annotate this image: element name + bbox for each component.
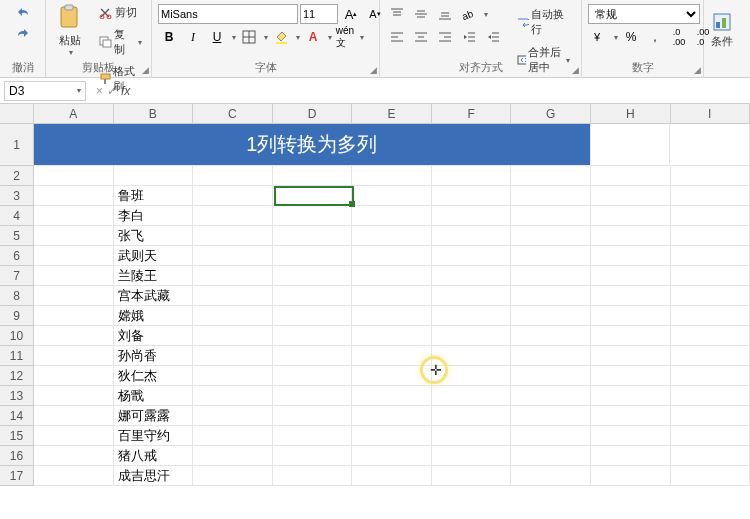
cell[interactable] [34, 226, 114, 246]
cell[interactable] [591, 266, 671, 286]
cell[interactable] [511, 306, 591, 326]
cell[interactable] [273, 186, 353, 206]
cell[interactable] [273, 326, 353, 346]
align-launcher-icon[interactable]: ◢ [572, 65, 579, 75]
cell[interactable] [671, 186, 751, 206]
cell[interactable] [671, 246, 751, 266]
borders-button[interactable] [238, 27, 260, 47]
col-header-F[interactable]: F [432, 104, 512, 123]
cell[interactable] [432, 326, 512, 346]
cell[interactable]: 武则天 [114, 246, 194, 266]
cell[interactable]: 宫本武藏 [114, 286, 194, 306]
cell[interactable] [193, 306, 273, 326]
cell[interactable] [273, 166, 353, 186]
cell[interactable] [591, 186, 671, 206]
cell[interactable] [671, 166, 751, 186]
copy-button[interactable]: 复制▾ [94, 24, 147, 60]
font-color-button[interactable]: A [302, 27, 324, 47]
cell[interactable] [352, 186, 432, 206]
cell[interactable] [671, 366, 751, 386]
row-header[interactable]: 3 [0, 186, 33, 206]
cell[interactable] [432, 226, 512, 246]
increase-decimal-button[interactable]: .0.00 [668, 27, 690, 47]
cell[interactable] [591, 306, 671, 326]
cell[interactable] [352, 226, 432, 246]
cell[interactable] [591, 426, 671, 446]
cell[interactable] [591, 286, 671, 306]
cell[interactable] [193, 466, 273, 486]
cell[interactable] [671, 266, 751, 286]
row-header[interactable]: 9 [0, 306, 33, 326]
row-header[interactable]: 17 [0, 466, 33, 486]
cell[interactable] [671, 306, 751, 326]
cell[interactable] [591, 206, 671, 226]
cell[interactable] [671, 406, 751, 426]
col-header-E[interactable]: E [352, 104, 432, 123]
cell[interactable] [352, 246, 432, 266]
redo-button[interactable] [12, 23, 34, 43]
font-size-combo[interactable] [300, 4, 338, 24]
cell[interactable] [273, 246, 353, 266]
row-header[interactable]: 2 [0, 166, 33, 186]
row-header[interactable]: 15 [0, 426, 33, 446]
align-middle-button[interactable] [410, 4, 432, 24]
cell[interactable] [511, 186, 591, 206]
cell[interactable] [511, 426, 591, 446]
cell[interactable] [34, 266, 114, 286]
number-launcher-icon[interactable]: ◢ [694, 65, 701, 75]
increase-indent-button[interactable] [482, 27, 504, 47]
cell[interactable] [671, 426, 751, 446]
cell[interactable] [34, 406, 114, 426]
cell[interactable] [193, 446, 273, 466]
cell[interactable] [432, 306, 512, 326]
cell[interactable]: 张飞 [114, 226, 194, 246]
align-right-button[interactable] [434, 27, 456, 47]
cell[interactable] [352, 346, 432, 366]
col-header-H[interactable]: H [591, 104, 671, 123]
cell[interactable]: 李白 [114, 206, 194, 226]
cell[interactable] [591, 466, 671, 486]
cell[interactable] [511, 286, 591, 306]
cell[interactable] [34, 346, 114, 366]
comma-button[interactable]: , [644, 27, 666, 47]
cell[interactable] [273, 386, 353, 406]
cell[interactable]: 孙尚香 [114, 346, 194, 366]
row-header[interactable]: 11 [0, 346, 33, 366]
row-header[interactable]: 16 [0, 446, 33, 466]
cell[interactable] [432, 186, 512, 206]
cell[interactable] [671, 206, 751, 226]
cell[interactable] [591, 246, 671, 266]
cell[interactable] [671, 226, 751, 246]
cell[interactable] [511, 346, 591, 366]
cell[interactable] [34, 366, 114, 386]
row-header[interactable]: 5 [0, 226, 33, 246]
cell[interactable] [511, 246, 591, 266]
cell[interactable] [591, 326, 671, 346]
cell[interactable] [432, 446, 512, 466]
font-launcher-icon[interactable]: ◢ [370, 65, 377, 75]
align-center-button[interactable] [410, 27, 432, 47]
row-header[interactable]: 1 [0, 124, 33, 166]
cell[interactable] [34, 386, 114, 406]
select-all-corner[interactable] [0, 104, 34, 124]
cell[interactable] [511, 466, 591, 486]
cell[interactable]: 猪八戒 [114, 446, 194, 466]
cell[interactable] [511, 206, 591, 226]
cell[interactable] [671, 346, 751, 366]
cell[interactable] [273, 346, 353, 366]
cell[interactable]: 成吉思汗 [114, 466, 194, 486]
row-header[interactable]: 12 [0, 366, 33, 386]
cell[interactable] [511, 446, 591, 466]
paste-button[interactable]: 粘贴▾ [50, 2, 90, 58]
cell[interactable] [671, 326, 751, 346]
formula-input[interactable] [136, 81, 750, 101]
cell[interactable] [671, 466, 751, 486]
cell[interactable] [34, 446, 114, 466]
cell[interactable] [352, 206, 432, 226]
cell[interactable] [670, 124, 750, 166]
orientation-button[interactable]: ab [458, 4, 480, 24]
cell[interactable] [432, 246, 512, 266]
cell[interactable] [432, 426, 512, 446]
title-merged-cell[interactable]: 1列转换为多列 [34, 124, 591, 166]
cell[interactable] [114, 166, 194, 186]
